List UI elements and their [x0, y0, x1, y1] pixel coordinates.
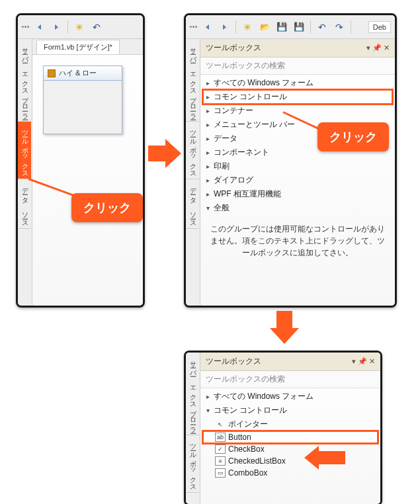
open-button[interactable]: 📂 — [257, 20, 272, 34]
form-body[interactable] — [44, 81, 122, 134]
vtab-toolbox[interactable]: ツールボックス — [18, 122, 31, 179]
configuration-dropdown[interactable]: Deb — [368, 21, 391, 33]
category-wpf-interop[interactable]: WPF 相互運用機能 — [203, 187, 392, 201]
toolbox-header: ツールボックス ▾ 📌 ✕ — [200, 353, 380, 371]
control-pointer[interactable]: ↖ポインター — [203, 417, 378, 431]
toolbox-panel: ツールボックス ▾ 📌 ✕ ツールボックスの検索 すべての Windows フォ… — [200, 39, 395, 306]
pin-icon[interactable]: ▾ 📌 ✕ — [366, 44, 390, 52]
checkedlistbox-icon: ≡ — [215, 456, 226, 466]
nav-back-button[interactable] — [32, 20, 46, 34]
document-tab-row: Form1.vb [デザイン]* — [32, 39, 143, 55]
toolbox-search[interactable]: ツールボックスの検索 — [200, 371, 380, 388]
category-all-forms[interactable]: すべての Windows フォーム — [203, 390, 378, 403]
nav-forward-button[interactable] — [217, 20, 231, 34]
category-common-controls[interactable]: コモン コントロール — [203, 90, 392, 104]
search-placeholder: ツールボックスの検索 — [206, 374, 285, 384]
new-item-button[interactable]: ✳ — [72, 20, 87, 34]
form-titlebar: ハイ & ロー — [44, 66, 122, 81]
vertical-tabs: サーバー エクスプローラー ツールボックス データ ソース — [186, 39, 200, 306]
combobox-icon: ▭ — [215, 468, 226, 478]
toolbox-header: ツールボックス ▾ 📌 ✕ — [200, 39, 395, 58]
control-checkedlistbox[interactable]: ≡CheckedListBox — [203, 455, 378, 467]
vtab-data-sources[interactable]: データ ソース — [18, 179, 31, 229]
control-button[interactable]: abButton — [203, 431, 378, 443]
pin-icon[interactable]: ▾ 📌 ✕ — [352, 357, 375, 366]
nav-dots-icon — [22, 26, 29, 28]
toolbox-title: ツールボックス — [206, 42, 261, 54]
redo-button[interactable]: ↷ — [332, 20, 347, 34]
vertical-tabs: サーバー エクスプローラー ツールボックス — [186, 353, 200, 504]
nav-dots-icon — [190, 26, 197, 28]
pointer-icon: ↖ — [215, 420, 226, 429]
panel-bottom: サーバー エクスプローラー ツールボックス ツールボックス ▾ 📌 ✕ ツールボ… — [184, 351, 382, 504]
arrow-left-icon — [304, 446, 345, 470]
panel-middle: ✳ 📂 💾 💾 ↶ ↷ Deb サーバー エクスプローラー ツールボックス デー… — [184, 13, 397, 308]
form-designer[interactable]: ハイ & ロー — [32, 55, 143, 145]
toolbox-panel: ツールボックス ▾ 📌 ✕ ツールボックスの検索 すべての Windows フォ… — [200, 353, 380, 504]
vertical-tabs: サーバー エクスプローラー ツールボックス データ ソース — [18, 39, 32, 306]
callout-click-1: クリック — [71, 193, 143, 222]
vtab-server-explorer[interactable]: サーバー エクスプローラー — [186, 353, 199, 435]
category-general[interactable]: 全般 — [203, 201, 392, 215]
nav-forward-button[interactable] — [49, 20, 63, 34]
undo-button[interactable]: ↶ — [315, 20, 329, 34]
toolbar: ✳ 📂 💾 💾 ↶ ↷ Deb — [186, 15, 395, 39]
form-icon — [48, 69, 56, 77]
designer-area: Form1.vb [デザイン]* ハイ & ロー — [32, 39, 143, 306]
checkbox-icon: ✓ — [215, 444, 226, 454]
save-all-button[interactable]: 💾 — [292, 20, 306, 34]
empty-group-message: このグループには使用可能なコントロールがありません。項をこのテキスト上にドラッグ… — [200, 216, 395, 265]
category-containers[interactable]: コンテナー — [203, 104, 392, 118]
vtab-server-explorer[interactable]: サーバー エクスプローラー — [18, 39, 31, 122]
form-window[interactable]: ハイ & ロー — [43, 65, 122, 134]
save-button[interactable]: 💾 — [274, 20, 289, 34]
button-icon: ab — [215, 433, 226, 442]
arrow-right-icon — [148, 139, 181, 168]
toolbox-title: ツールボックス — [206, 356, 261, 367]
category-common-controls[interactable]: コモン コントロール — [203, 403, 378, 417]
toolbar-separator — [67, 21, 68, 34]
control-checkbox[interactable]: ✓CheckBox — [203, 443, 378, 455]
vtab-server-explorer[interactable]: サーバー エクスプローラー — [186, 39, 199, 122]
vtab-toolbox[interactable]: ツールボックス — [186, 122, 199, 179]
vtab-toolbox[interactable]: ツールボックス — [186, 435, 199, 493]
toolbox-tree: すべての Windows フォーム コモン コントロール ↖ポインター abBu… — [200, 388, 380, 480]
toolbar-separator — [310, 21, 311, 34]
toolbar-separator — [235, 21, 236, 34]
controls-list: ↖ポインター abButton ✓CheckBox ≡CheckedListBo… — [203, 417, 378, 479]
callout-click-2: クリック — [317, 122, 389, 151]
new-item-button[interactable]: ✳ — [240, 20, 255, 34]
arrow-down-icon — [270, 311, 299, 344]
toolbar-separator — [351, 21, 351, 34]
document-tab[interactable]: Form1.vb [デザイン]* — [36, 40, 120, 54]
control-combobox[interactable]: ▭ComboBox — [203, 467, 378, 479]
undo-button[interactable]: ↶ — [89, 20, 104, 34]
category-printing[interactable]: 印刷 — [203, 159, 392, 173]
category-all-forms[interactable]: すべての Windows フォーム — [203, 76, 392, 90]
panel-left: ✳ ↶ サーバー エクスプローラー ツールボックス データ ソース Form1.… — [16, 13, 145, 308]
search-placeholder: ツールボックスの検索 — [206, 61, 285, 70]
category-dialogs[interactable]: ダイアログ — [203, 173, 392, 187]
vtab-data-sources[interactable]: データ ソース — [186, 179, 199, 229]
toolbox-search[interactable]: ツールボックスの検索 — [200, 58, 395, 75]
toolbar: ✳ ↶ — [18, 15, 143, 39]
form-title-text: ハイ & ロー — [59, 68, 97, 78]
nav-back-button[interactable] — [200, 20, 214, 34]
